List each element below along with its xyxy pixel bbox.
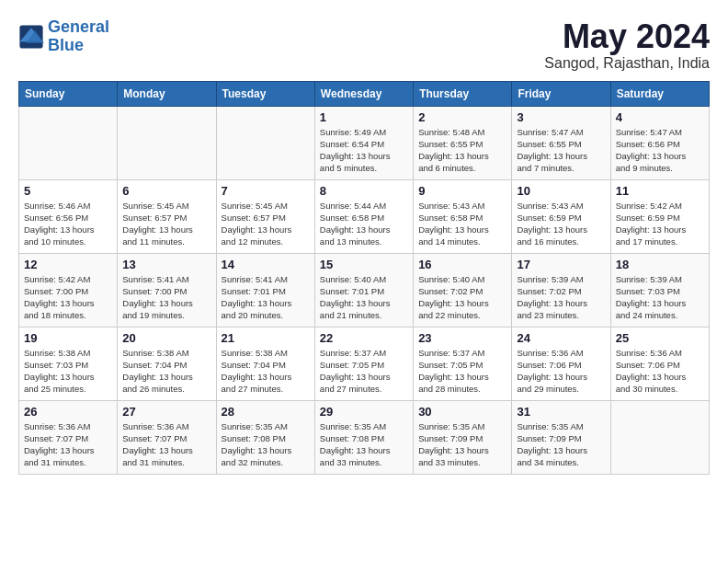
day-info: Sunrise: 5:43 AM Sunset: 6:58 PM Dayligh… [418,200,506,248]
day-cell: 15Sunrise: 5:40 AM Sunset: 7:01 PM Dayli… [314,253,413,327]
day-number: 20 [122,331,210,345]
day-number: 12 [24,258,112,271]
logo-line1: General [48,17,109,36]
day-number: 27 [122,405,210,419]
logo-icon [18,24,44,50]
day-cell: 8Sunrise: 5:44 AM Sunset: 6:58 PM Daylig… [314,179,413,253]
col-header-sunday: Sunday [19,81,118,106]
day-number: 10 [517,184,605,198]
day-number: 16 [418,258,506,271]
day-cell: 26Sunrise: 5:36 AM Sunset: 7:07 PM Dayli… [19,400,118,474]
day-info: Sunrise: 5:37 AM Sunset: 7:05 PM Dayligh… [418,347,506,396]
day-cell: 29Sunrise: 5:35 AM Sunset: 7:08 PM Dayli… [314,400,413,474]
day-info: Sunrise: 5:38 AM Sunset: 7:04 PM Dayligh… [122,347,210,396]
day-number: 19 [24,331,112,345]
day-info: Sunrise: 5:38 AM Sunset: 7:03 PM Dayligh… [24,347,112,396]
day-info: Sunrise: 5:41 AM Sunset: 7:01 PM Dayligh… [222,273,310,322]
col-header-wednesday: Wednesday [314,81,413,106]
day-info: Sunrise: 5:45 AM Sunset: 6:57 PM Dayligh… [222,200,310,248]
day-cell: 18Sunrise: 5:39 AM Sunset: 7:03 PM Dayli… [610,253,709,327]
day-number: 9 [418,184,506,198]
day-info: Sunrise: 5:35 AM Sunset: 7:09 PM Dayligh… [517,420,605,469]
day-number: 28 [222,405,310,419]
logo-line2: Blue [48,36,84,54]
day-info: Sunrise: 5:47 AM Sunset: 6:56 PM Dayligh… [616,126,704,175]
day-number: 26 [24,405,112,419]
day-number: 17 [517,258,605,271]
day-cell: 31Sunrise: 5:35 AM Sunset: 7:09 PM Dayli… [512,400,610,474]
day-info: Sunrise: 5:43 AM Sunset: 6:59 PM Dayligh… [517,200,605,248]
day-cell: 16Sunrise: 5:40 AM Sunset: 7:02 PM Dayli… [414,253,512,327]
col-header-saturday: Saturday [610,81,709,106]
day-info: Sunrise: 5:42 AM Sunset: 7:00 PM Dayligh… [24,273,112,322]
day-info: Sunrise: 5:40 AM Sunset: 7:01 PM Dayligh… [320,273,408,322]
day-number: 14 [222,258,310,271]
day-info: Sunrise: 5:36 AM Sunset: 7:06 PM Dayligh… [616,347,704,396]
day-number: 30 [418,405,506,419]
header-row: SundayMondayTuesdayWednesdayThursdayFrid… [19,81,710,106]
day-cell: 2Sunrise: 5:48 AM Sunset: 6:55 PM Daylig… [414,106,512,179]
day-info: Sunrise: 5:41 AM Sunset: 7:00 PM Dayligh… [122,273,210,322]
day-info: Sunrise: 5:47 AM Sunset: 6:55 PM Dayligh… [517,126,605,175]
day-number: 13 [122,258,210,271]
day-info: Sunrise: 5:46 AM Sunset: 6:56 PM Dayligh… [24,200,112,248]
day-number: 3 [517,110,605,124]
col-header-tuesday: Tuesday [216,81,314,106]
day-info: Sunrise: 5:39 AM Sunset: 7:03 PM Dayligh… [616,273,704,322]
day-info: Sunrise: 5:36 AM Sunset: 7:07 PM Dayligh… [122,420,210,469]
day-cell: 9Sunrise: 5:43 AM Sunset: 6:58 PM Daylig… [414,179,512,253]
day-info: Sunrise: 5:44 AM Sunset: 6:58 PM Dayligh… [320,200,408,248]
day-info: Sunrise: 5:48 AM Sunset: 6:55 PM Dayligh… [418,126,506,175]
day-cell: 22Sunrise: 5:37 AM Sunset: 7:05 PM Dayli… [314,327,413,400]
day-cell [610,400,709,474]
day-number: 4 [616,110,704,124]
col-header-friday: Friday [512,81,610,106]
location: Sangod, Rajasthan, India [544,55,710,72]
day-info: Sunrise: 5:39 AM Sunset: 7:02 PM Dayligh… [517,273,605,322]
day-info: Sunrise: 5:35 AM Sunset: 7:08 PM Dayligh… [320,420,408,469]
week-row-4: 19Sunrise: 5:38 AM Sunset: 7:03 PM Dayli… [19,327,710,400]
day-number: 25 [616,331,704,345]
week-row-5: 26Sunrise: 5:36 AM Sunset: 7:07 PM Dayli… [19,400,710,474]
day-cell [19,106,118,179]
day-number: 6 [122,184,210,198]
day-number: 8 [320,184,408,198]
day-cell: 11Sunrise: 5:42 AM Sunset: 6:59 PM Dayli… [610,179,709,253]
col-header-monday: Monday [118,81,216,106]
week-row-2: 5Sunrise: 5:46 AM Sunset: 6:56 PM Daylig… [19,179,710,253]
day-number: 5 [24,184,112,198]
day-info: Sunrise: 5:36 AM Sunset: 7:07 PM Dayligh… [24,420,112,469]
day-number: 29 [320,405,408,419]
page-header: General Blue May 2024 Sangod, Rajasthan,… [18,18,710,72]
day-cell: 5Sunrise: 5:46 AM Sunset: 6:56 PM Daylig… [19,179,118,253]
day-cell: 30Sunrise: 5:35 AM Sunset: 7:09 PM Dayli… [414,400,512,474]
day-cell: 1Sunrise: 5:49 AM Sunset: 6:54 PM Daylig… [314,106,413,179]
day-cell: 14Sunrise: 5:41 AM Sunset: 7:01 PM Dayli… [216,253,314,327]
calendar-table: SundayMondayTuesdayWednesdayThursdayFrid… [18,81,710,475]
day-cell: 20Sunrise: 5:38 AM Sunset: 7:04 PM Dayli… [118,327,216,400]
day-number: 21 [222,331,310,345]
day-cell: 7Sunrise: 5:45 AM Sunset: 6:57 PM Daylig… [216,179,314,253]
day-cell: 4Sunrise: 5:47 AM Sunset: 6:56 PM Daylig… [610,106,709,179]
day-cell: 27Sunrise: 5:36 AM Sunset: 7:07 PM Dayli… [118,400,216,474]
day-info: Sunrise: 5:45 AM Sunset: 6:57 PM Dayligh… [122,200,210,248]
day-cell: 25Sunrise: 5:36 AM Sunset: 7:06 PM Dayli… [610,327,709,400]
day-number: 31 [517,405,605,419]
day-cell: 10Sunrise: 5:43 AM Sunset: 6:59 PM Dayli… [512,179,610,253]
day-info: Sunrise: 5:40 AM Sunset: 7:02 PM Dayligh… [418,273,506,322]
day-cell: 28Sunrise: 5:35 AM Sunset: 7:08 PM Dayli… [216,400,314,474]
day-number: 1 [320,110,408,124]
day-cell: 17Sunrise: 5:39 AM Sunset: 7:02 PM Dayli… [512,253,610,327]
day-info: Sunrise: 5:35 AM Sunset: 7:08 PM Dayligh… [222,420,310,469]
week-row-3: 12Sunrise: 5:42 AM Sunset: 7:00 PM Dayli… [19,253,710,327]
day-number: 11 [616,184,704,198]
month-year: May 2024 [544,18,710,55]
day-number: 23 [418,331,506,345]
day-number: 2 [418,110,506,124]
title-block: May 2024 Sangod, Rajasthan, India [544,18,710,72]
day-info: Sunrise: 5:42 AM Sunset: 6:59 PM Dayligh… [616,200,704,248]
day-cell: 13Sunrise: 5:41 AM Sunset: 7:00 PM Dayli… [118,253,216,327]
day-cell: 6Sunrise: 5:45 AM Sunset: 6:57 PM Daylig… [118,179,216,253]
day-info: Sunrise: 5:38 AM Sunset: 7:04 PM Dayligh… [222,347,310,396]
day-cell [216,106,314,179]
